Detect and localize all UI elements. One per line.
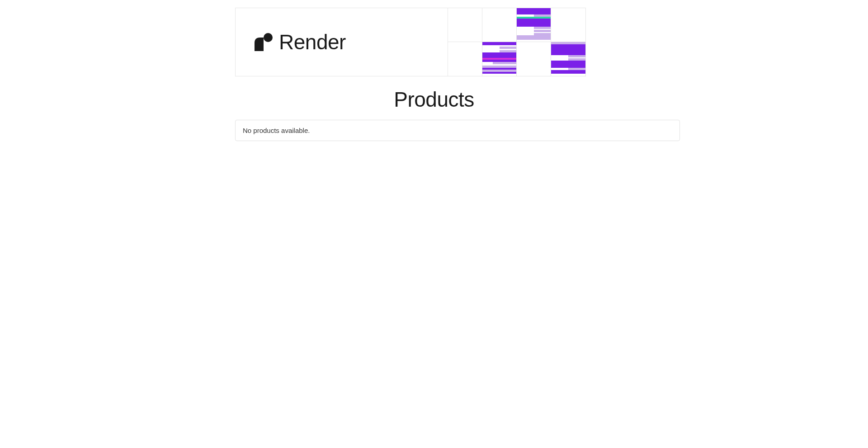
decorative-bars-icon xyxy=(551,42,585,76)
header-banner: Render xyxy=(235,8,586,76)
banner-decorative-grid xyxy=(448,8,585,76)
page-title: Products xyxy=(0,87,868,112)
decorative-bars-icon xyxy=(482,42,516,76)
banner-logo-area: Render xyxy=(236,8,448,76)
decorative-bars-icon xyxy=(517,8,551,42)
empty-state-message: No products available. xyxy=(235,120,680,141)
brand-name: Render xyxy=(279,30,346,54)
svg-point-0 xyxy=(264,33,273,42)
brand-logo: Render xyxy=(255,30,346,54)
render-logo-icon xyxy=(255,33,273,51)
